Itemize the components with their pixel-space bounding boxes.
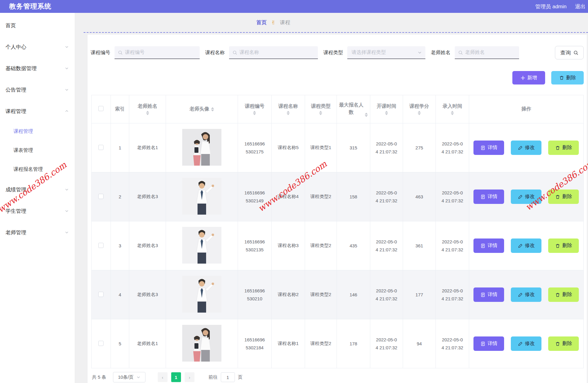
sort-caret[interactable] [211, 107, 214, 111]
edit-button[interactable]: 修改 [511, 190, 541, 204]
sort-caret[interactable] [451, 111, 454, 115]
sort-caret[interactable] [287, 111, 290, 115]
teacher-avatar [182, 178, 221, 215]
search-icon [458, 50, 463, 56]
breadcrumb: 首页 ✌ 课程 [256, 19, 290, 26]
row-checkbox[interactable] [98, 194, 104, 199]
chevron-down-icon [65, 66, 69, 70]
current-page[interactable]: 1 [171, 372, 181, 382]
trash-icon [555, 194, 560, 199]
delete-row-button[interactable]: 删除 [548, 336, 579, 351]
sidebar-subitem-enrollment-mgmt[interactable]: 课程报名管理 [0, 160, 75, 179]
table-row: 3 老师姓名3 [92, 221, 584, 270]
detail-button[interactable]: 详情 [473, 190, 504, 204]
sidebar-item-personal-center[interactable]: 个人中心 [0, 36, 75, 58]
chevron-down-icon [65, 231, 69, 234]
course-id-input[interactable] [115, 46, 200, 59]
logout-link[interactable]: 退出 [575, 3, 586, 10]
teacher-photo-man [182, 178, 221, 215]
page-size-select[interactable]: 10条/页 [113, 372, 145, 382]
cell-index: 1 [111, 123, 129, 172]
document-icon [481, 194, 485, 199]
current-user[interactable]: 管理员 admin [535, 3, 567, 10]
course-type-select[interactable]: 请选择课程类型 [347, 46, 425, 59]
col-max-enroll: 最大报名人数 [337, 95, 370, 123]
row-checkbox[interactable] [98, 341, 104, 346]
cell-start-time: 2022-05-04 21:07:32 [370, 319, 403, 368]
row-checkbox[interactable] [98, 243, 104, 248]
goto-label: 前往 [209, 374, 218, 380]
breadcrumb-home[interactable]: 首页 [256, 19, 267, 26]
teacher-name-label: 老师姓名 [431, 50, 450, 56]
course-name-input[interactable] [229, 46, 318, 59]
edit-button[interactable]: 修改 [511, 141, 541, 155]
sidebar-subitem-course-mgmt[interactable]: 课程管理 [0, 122, 75, 141]
prev-page-button[interactable]: ‹ [158, 372, 168, 382]
detail-button[interactable]: 详情 [473, 238, 504, 253]
goto-page-input[interactable] [221, 372, 235, 382]
add-button[interactable]: 新增 [512, 71, 545, 84]
sort-caret[interactable] [253, 111, 256, 115]
pencil-icon [518, 243, 523, 248]
cell-start-time: 2022-05-04 21:07:32 [370, 221, 403, 270]
detail-button[interactable]: 详情 [473, 141, 504, 155]
col-course-name: 课程名称 [271, 95, 305, 123]
goto-unit: 页 [238, 374, 243, 380]
edit-button[interactable]: 修改 [511, 336, 541, 351]
sidebar-item-home[interactable]: 首页 [0, 15, 75, 36]
teacher-avatar [182, 276, 221, 313]
edit-button[interactable]: 修改 [511, 287, 541, 302]
delete-button[interactable]: 删除 [551, 71, 584, 84]
row-checkbox[interactable] [98, 145, 104, 150]
select-all-checkbox[interactable] [98, 106, 104, 111]
table-row: 4 老师姓名3 [92, 270, 584, 319]
app-header: 教务管理系统 管理员 admin 退出 [0, 0, 588, 13]
document-icon [481, 243, 485, 248]
sidebar-item-teachers[interactable]: 老师管理 [0, 222, 75, 243]
document-icon [481, 145, 485, 150]
delete-row-button[interactable]: 删除 [548, 238, 579, 253]
edit-button[interactable]: 修改 [511, 238, 541, 253]
sort-caret[interactable] [365, 113, 368, 117]
table-header-row: 索引 老师姓名 老师头像 课程编号 课程名称 课程 [92, 95, 584, 123]
cell-index: 3 [111, 221, 129, 270]
pencil-icon [518, 292, 523, 297]
document-icon [481, 292, 485, 297]
sidebar-item-course-mgmt[interactable]: 课程管理 [0, 100, 75, 122]
row-checkbox[interactable] [98, 292, 104, 297]
sidebar-item-base-data[interactable]: 基础数据管理 [0, 58, 75, 79]
next-page-button[interactable]: › [185, 372, 194, 382]
col-actions: 操作 [469, 95, 583, 123]
sort-caret[interactable] [146, 111, 149, 115]
sidebar-subitem-timetable-mgmt[interactable]: 课表管理 [0, 141, 75, 160]
pencil-icon [518, 194, 523, 199]
detail-button[interactable]: 详情 [473, 336, 504, 351]
sort-caret[interactable] [319, 111, 322, 115]
sidebar-item-announcement[interactable]: 公告管理 [0, 79, 75, 100]
search-button[interactable]: 查询 [555, 46, 584, 59]
cell-index: 4 [111, 270, 129, 319]
trash-icon [555, 292, 560, 297]
search-icon [232, 50, 237, 56]
trash-icon [555, 243, 560, 248]
table-row: 2 老师姓名3 [92, 172, 584, 221]
cell-credits: 463 [403, 172, 436, 221]
teacher-name-input[interactable] [455, 46, 519, 59]
col-credits: 课程学分 [403, 95, 436, 123]
sidebar-item-grades[interactable]: 成绩管理 [0, 179, 75, 200]
chevron-down-icon [418, 51, 422, 54]
sort-caret[interactable] [385, 111, 388, 115]
delete-row-button[interactable]: 删除 [548, 190, 579, 204]
cell-max-enroll: 146 [337, 270, 370, 319]
col-course-type: 课程类型 [305, 95, 337, 123]
delete-row-button[interactable]: 删除 [548, 141, 579, 155]
cell-course-id: 165166965302149 [238, 172, 272, 221]
sidebar-item-students[interactable]: 学生管理 [0, 200, 75, 222]
delete-row-button[interactable]: 删除 [548, 287, 579, 302]
cell-course-type: 课程类型2 [305, 319, 337, 368]
detail-button[interactable]: 详情 [473, 287, 504, 302]
cell-entry-time: 2022-05-04 21:07:32 [436, 221, 469, 270]
cell-entry-time: 2022-05-04 21:07:32 [436, 270, 469, 319]
course-type-label: 课程类型 [323, 50, 343, 56]
sort-caret[interactable] [418, 111, 421, 115]
